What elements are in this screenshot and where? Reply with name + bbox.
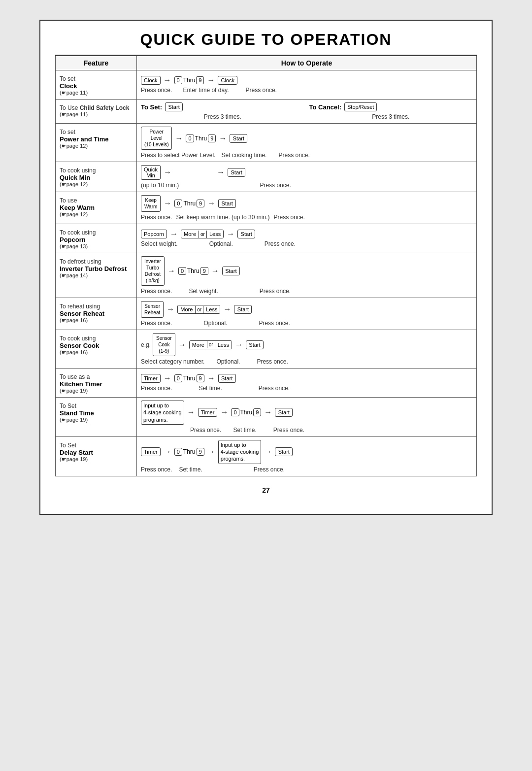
thru-group: 0 Thru 9 (186, 134, 216, 142)
select-weight-label: Select weight. (141, 240, 178, 247)
how-content: PowerLevel(10 Levels) → 0 Thru 9 → Start (141, 127, 472, 150)
press-3-times2: Press 3 times. (309, 113, 473, 120)
how-sub-row: Press once. Enter time of day. Press onc… (141, 87, 472, 94)
more-label: More (190, 341, 207, 349)
feature-name: Clock (60, 82, 133, 90)
feature-pre: To Use Child Safety Lock (60, 104, 133, 111)
thru-group: 0 Thru 9 (174, 76, 204, 84)
feature-name: Delay Start (60, 449, 133, 456)
thru-label: Thru (195, 135, 207, 142)
or-divider: or (195, 306, 203, 313)
nine-button: 9 (197, 200, 204, 207)
more-less-group: More or Less (181, 230, 224, 238)
set-weight-label: Set weight. (189, 288, 218, 295)
zero-button: 0 (174, 374, 182, 382)
feature-cell: To Use Child Safety Lock (☛page 11) (56, 100, 137, 124)
how-content: Timer → 0 Thru 9 → Input up to4-stage co… (141, 440, 472, 464)
press-once-label: Press once. (260, 182, 291, 189)
press-3-times: Press 3 times. (141, 113, 304, 120)
how-sub-row: Select category number. Optional. Press … (141, 358, 472, 365)
feature-name: Quick Min (60, 174, 133, 181)
feature-name: Sensor Cook (60, 342, 133, 349)
page-number: 27 (55, 486, 477, 494)
timer-button: Timer (141, 447, 161, 456)
page-title: QUICK GUIDE TO OPERATION (55, 31, 477, 56)
less-label: Less (207, 230, 223, 238)
eg-label: e.g. (141, 341, 151, 348)
feature-name: Inverter Turbo Defrost (60, 265, 133, 272)
nine-button: 9 (197, 448, 204, 456)
how-cell: Timer → 0 Thru 9 → Start Press once. Set… (137, 369, 477, 398)
less-label: Less (215, 341, 232, 349)
feature-name: Stand Time (60, 409, 133, 417)
feature-pre: To cook using (60, 229, 133, 236)
feature-cell: To set Clock (☛page 11) (56, 70, 137, 100)
press-once-label: Press once. (141, 288, 172, 295)
child-lock-layout: To Set: Start Press 3 times. To Cancel: … (141, 102, 472, 120)
press-once-label2: Press once. (273, 427, 304, 434)
start-button: Start (228, 168, 245, 177)
table-row: To set Clock (☛page 11) Clock → 0 Thru 9… (56, 70, 477, 100)
table-row: To reheat using Sensor Reheat (☛page 16)… (56, 298, 477, 330)
how-cell: Popcorn → More or Less → Start Select we… (137, 224, 477, 253)
feature-page: (☛page 19) (60, 388, 133, 394)
feature-pre: To Set (60, 402, 133, 409)
arrow-icon: → (166, 305, 174, 314)
feature-cell: To Set Delay Start (☛page 19) (56, 436, 137, 476)
thru-label: Thru (183, 200, 196, 207)
arrow-icon: → (217, 168, 225, 177)
page: QUICK GUIDE TO OPERATION Feature How to … (39, 20, 493, 515)
table-row: To defrost using Inverter Turbo Defrost … (56, 253, 477, 298)
set-time-label: Set time. (179, 466, 202, 473)
how-sub-row: Press once. Set time. Press once. (141, 427, 472, 434)
how-cell: KeepWarm → 0 Thru 9 → Start Press once. … (137, 192, 477, 224)
press-once-label2: Press once. (254, 466, 285, 473)
how-content: Input up to4-stage cookingprograms. → Ti… (141, 401, 472, 425)
how-cell: Input up to4-stage cookingprograms. → Ti… (137, 398, 477, 437)
optional-label: Optional. (209, 240, 233, 247)
how-content: Clock → 0 Thru 9 → Clock (141, 76, 472, 85)
press-once-label2: Press once. (259, 385, 290, 392)
table-row: To Set Stand Time (☛page 19) Input up to… (56, 398, 477, 437)
how-sub-row: Press once. Set weight. Press once. (141, 288, 472, 295)
optional-label: Optional. (203, 320, 227, 327)
arrow-icon: → (235, 340, 243, 349)
feature-page: (☛page 12) (60, 143, 133, 149)
arrow-icon: → (207, 374, 215, 383)
feature-name: Kitchen Timer (60, 380, 133, 388)
zero-button: 0 (174, 200, 182, 207)
to-set-label: To Set: (141, 103, 162, 111)
arrow-icon: → (207, 199, 215, 208)
press-once-label: Press once. (190, 427, 221, 434)
feature-name: Keep Warm (60, 204, 133, 211)
nine-button: 9 (253, 408, 261, 416)
feature-pre: To cook using (60, 335, 133, 342)
how-sub-row: Select weight. Optional. Press once. (141, 240, 472, 247)
set-time-label: Set time. (233, 427, 256, 434)
feature-page: (☛page 12) (60, 181, 133, 188)
feature-pre: To set (60, 75, 133, 82)
arrow-icon: → (207, 76, 215, 85)
nine-button: 9 (196, 76, 204, 84)
how-content: KeepWarm → 0 Thru 9 → Start (141, 195, 472, 212)
arrow-icon: → (219, 134, 227, 143)
press-once-label: Press once. (141, 320, 172, 327)
zero-button: 0 (174, 448, 182, 456)
arrow-icon: → (170, 230, 178, 238)
start-button: Start (222, 267, 240, 275)
start-button: Start (230, 134, 247, 143)
feature-page: (☛page 16) (60, 317, 133, 324)
press-once-label2: Press once. (246, 87, 277, 94)
timer-button: Timer (198, 408, 218, 417)
feature-cell: To use Keep Warm (☛page 12) (56, 192, 137, 224)
arrow-icon: → (264, 408, 272, 417)
how-cell: Timer → 0 Thru 9 → Input up to4-stage co… (137, 436, 477, 476)
thru-label: Thru (183, 77, 196, 84)
thru-group: 0 Thru 9 (174, 200, 204, 207)
thru-label: Thru (183, 448, 196, 455)
feature-cell: To Set Stand Time (☛page 19) (56, 398, 137, 437)
press-once-label: Press once. (278, 152, 309, 159)
arrow-icon: → (178, 340, 186, 349)
thru-label: Thru (183, 375, 196, 382)
press-once-label: Press once. (141, 385, 172, 392)
